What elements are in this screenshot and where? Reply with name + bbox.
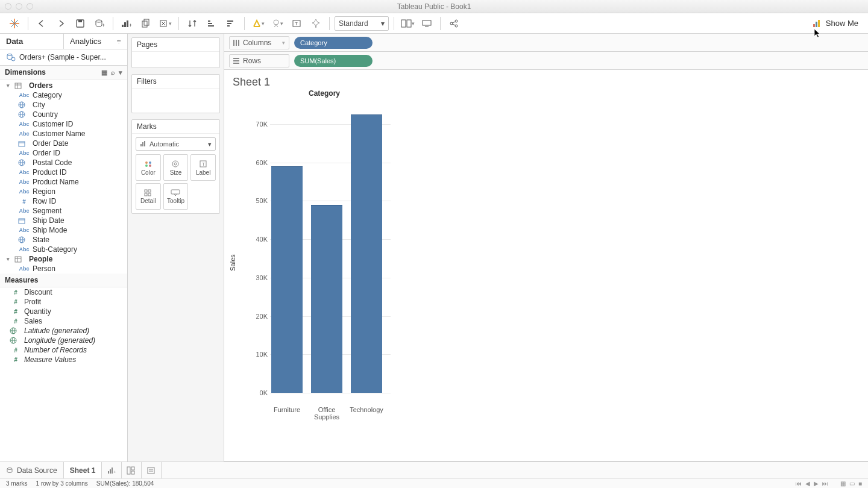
- sheet1-tab[interactable]: Sheet 1: [64, 462, 102, 478]
- view-grid-icon[interactable]: ▦: [840, 480, 846, 487]
- svg-rect-5: [78, 20, 82, 22]
- nav-first-icon[interactable]: ⏮: [796, 480, 802, 487]
- marks-tooltip-button[interactable]: Tooltip: [163, 183, 189, 210]
- new-worksheet-icon[interactable]: +: [118, 16, 135, 31]
- group-icon[interactable]: [269, 16, 286, 31]
- bar-chart[interactable]: Category Sales 0K10K20K30K40K50K60K70KFu…: [234, 94, 403, 431]
- rows-shelf[interactable]: Rows SUM(Sales): [224, 52, 868, 70]
- y-tick-label: 50K: [246, 197, 268, 204]
- marks-color-button[interactable]: Color: [136, 154, 161, 181]
- svg-rect-27: [407, 20, 411, 27]
- new-dashboard-button[interactable]: [122, 462, 142, 478]
- table-people[interactable]: ▾People: [0, 254, 127, 264]
- svg-rect-10: [127, 20, 128, 27]
- tableau-logo-icon[interactable]: [6, 16, 23, 31]
- bar-office-supplies[interactable]: [311, 205, 342, 393]
- view-film-icon[interactable]: ▭: [849, 480, 855, 487]
- show-cards-icon[interactable]: [399, 16, 416, 31]
- rows-pill[interactable]: SUM(Sales): [294, 55, 373, 67]
- marks-size-button[interactable]: Size: [163, 154, 189, 181]
- pin-icon[interactable]: [307, 16, 324, 31]
- columns-shelf[interactable]: Columns ▾ Category: [224, 34, 868, 52]
- columns-pill[interactable]: Category: [294, 37, 373, 49]
- nav-prev-icon[interactable]: ◀: [805, 480, 810, 487]
- data-tab[interactable]: Data: [0, 34, 63, 49]
- measure-measure-values[interactable]: #Measure Values: [0, 355, 127, 364]
- forward-button[interactable]: [52, 16, 69, 31]
- field-product-name[interactable]: AbcProduct Name: [0, 177, 127, 187]
- field-order-date[interactable]: Order Date: [0, 139, 127, 148]
- y-tick-label: 20K: [246, 313, 268, 320]
- measure-sales[interactable]: #Sales: [0, 316, 127, 326]
- y-tick-label: 40K: [246, 236, 268, 243]
- fit-select-label: Standard: [339, 19, 368, 28]
- marks-detail-button[interactable]: Detail: [136, 183, 161, 210]
- measure-profit[interactable]: #Profit: [0, 297, 127, 307]
- measure-number-of-records[interactable]: #Number of Records: [0, 345, 127, 355]
- fit-select[interactable]: Standard ▾: [335, 16, 389, 31]
- share-icon[interactable]: [445, 16, 462, 31]
- bar-technology[interactable]: [351, 114, 382, 393]
- field-product-id[interactable]: AbcProduct ID: [0, 167, 127, 177]
- svg-rect-70: [144, 141, 145, 146]
- swap-icon[interactable]: [184, 16, 201, 31]
- field-category[interactable]: AbcCategory: [0, 90, 127, 100]
- data-source-tab[interactable]: Data Source: [0, 462, 64, 478]
- highlight-icon[interactable]: [250, 16, 266, 31]
- measure-latitude-generated-[interactable]: Latitude (generated): [0, 326, 127, 336]
- field-ship-mode[interactable]: AbcShip Mode: [0, 225, 127, 235]
- field-ship-date[interactable]: Ship Date: [0, 216, 127, 225]
- field-country[interactable]: Country: [0, 110, 127, 119]
- sort-desc-icon[interactable]: [222, 16, 239, 31]
- show-me-button[interactable]: Show Me: [809, 16, 862, 30]
- field-customer-name[interactable]: AbcCustomer Name: [0, 129, 127, 139]
- sheet-title[interactable]: Sheet 1: [224, 70, 868, 91]
- new-story-button[interactable]: [142, 462, 162, 478]
- field-sub-category[interactable]: AbcSub-Category: [0, 245, 127, 254]
- analytics-tab[interactable]: Analytics ≑: [63, 34, 127, 49]
- chevron-down-icon[interactable]: ▾: [119, 69, 122, 77]
- search-field-icon[interactable]: ⌕: [111, 69, 115, 77]
- save-button[interactable]: [72, 16, 89, 31]
- datasource-row[interactable]: Orders+ (Sample - Super...: [0, 49, 127, 66]
- presentation-icon[interactable]: [418, 16, 435, 31]
- svg-rect-40: [15, 83, 21, 89]
- bar-furniture[interactable]: [271, 166, 303, 393]
- clear-sheet-icon[interactable]: [157, 16, 174, 31]
- svg-rect-17: [208, 20, 210, 22]
- rows-shelf-label[interactable]: Rows: [229, 54, 289, 67]
- field-row-id[interactable]: #Row ID: [0, 196, 127, 206]
- duplicate-icon[interactable]: [137, 16, 154, 31]
- field-postal-code[interactable]: Postal Code: [0, 158, 127, 167]
- marks-tooltip-label: Tooltip: [167, 198, 184, 204]
- new-sheet-button[interactable]: +: [102, 462, 122, 478]
- field-order-id[interactable]: AbcOrder ID: [0, 148, 127, 158]
- field-region[interactable]: AbcRegion: [0, 187, 127, 196]
- worksheet[interactable]: Sheet 1 Category Sales 0K10K20K30K40K50K…: [224, 70, 868, 461]
- back-button[interactable]: [33, 16, 50, 31]
- sort-asc-icon[interactable]: [203, 16, 220, 31]
- measure-longitude-generated-[interactable]: Longitude (generated): [0, 336, 127, 345]
- label-toggle-icon[interactable]: T: [288, 16, 305, 31]
- columns-shelf-label[interactable]: Columns ▾: [229, 36, 289, 49]
- measure-quantity[interactable]: #Quantity: [0, 307, 127, 316]
- filters-card[interactable]: Filters: [131, 74, 220, 113]
- field-segment[interactable]: AbcSegment: [0, 206, 127, 216]
- field-person[interactable]: AbcPerson: [0, 264, 127, 274]
- field-customer-id[interactable]: AbcCustomer ID: [0, 119, 127, 129]
- nav-next-icon[interactable]: ▶: [814, 480, 819, 487]
- field-state[interactable]: State: [0, 235, 127, 245]
- marks-card[interactable]: Marks Automatic ▾ Color: [131, 119, 220, 214]
- view-full-icon[interactable]: ■: [858, 480, 862, 487]
- new-data-button[interactable]: +: [91, 16, 108, 31]
- measure-discount[interactable]: #Discount: [0, 287, 127, 297]
- table-orders[interactable]: ▾Orders: [0, 81, 127, 90]
- pages-card[interactable]: Pages: [131, 37, 220, 68]
- view-as-list-icon[interactable]: ▦: [101, 69, 107, 77]
- field-city[interactable]: City: [0, 100, 127, 110]
- svg-rect-26: [401, 20, 406, 27]
- marks-type-select[interactable]: Automatic ▾: [136, 137, 216, 151]
- nav-last-icon[interactable]: ⏭: [822, 480, 828, 487]
- marks-label-button[interactable]: T Label: [190, 154, 216, 181]
- dimensions-header: Dimensions ▦ ⌕ ▾: [0, 66, 127, 80]
